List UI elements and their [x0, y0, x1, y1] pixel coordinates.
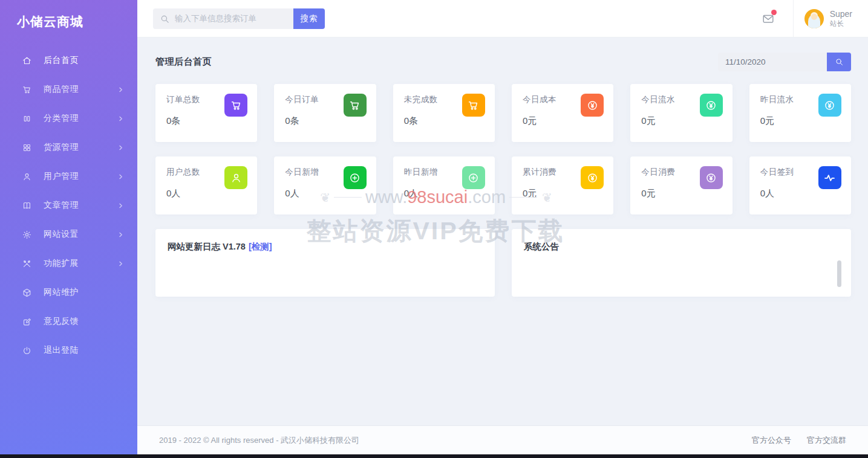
- stat-card: 订单总数 0条: [155, 84, 257, 142]
- stat-value: 0人: [404, 188, 484, 199]
- changelog-title-text: 网站更新日志 V1.78: [168, 242, 246, 251]
- user-icon: [230, 172, 243, 184]
- plus-circle-icon-badge: [462, 166, 485, 189]
- chevron-right-icon: [117, 202, 124, 209]
- changelog-title: 网站更新日志 V1.78[检测]: [168, 241, 483, 253]
- admin-dashboard: 小储云商城 后台首页 商品管理 分类管理 货源管理 用户管理 文章管理 网站设置: [0, 0, 868, 458]
- copyright: 2019 - 2022 © All rights reserved - 武汉小储…: [159, 435, 359, 446]
- title-row: 管理后台首页: [155, 53, 851, 71]
- stat-value: 0元: [760, 115, 840, 127]
- notification-dot: [771, 10, 777, 15]
- stat-card: 今日订单 0条: [274, 84, 376, 142]
- user-meta: Super 站长: [830, 9, 852, 28]
- sidebar-item-网站维护[interactable]: 网站维护: [0, 278, 137, 307]
- yen-circle-icon-badge: [581, 166, 604, 189]
- sidebar-item-label: 意见反馈: [44, 316, 117, 327]
- bottom-strip: [0, 454, 868, 458]
- home-icon: [22, 56, 32, 66]
- yen-circle-icon-badge: [818, 94, 841, 117]
- yen-circle-icon-badge: [700, 166, 723, 189]
- book-icon: [22, 201, 32, 211]
- cart-icon-badge: [462, 94, 485, 117]
- sidebar-item-label: 文章管理: [44, 200, 117, 211]
- official-account-link[interactable]: 官方公众号: [752, 435, 791, 446]
- sidebar-item-网站设置[interactable]: 网站设置: [0, 220, 137, 249]
- stat-value: 0条: [166, 115, 246, 127]
- sidebar: 小储云商城 后台首页 商品管理 分类管理 货源管理 用户管理 文章管理 网站设置: [0, 0, 137, 454]
- cart-icon: [230, 99, 243, 112]
- stat-value: 0元: [523, 188, 602, 199]
- user-icon-badge: [224, 166, 247, 189]
- cart-icon-badge: [344, 94, 367, 117]
- stat-value: 0元: [641, 115, 721, 127]
- mail-button[interactable]: [762, 12, 775, 25]
- panels: 网站更新日志 V1.78[检测] 系统公告: [155, 229, 851, 297]
- date-search-button[interactable]: [827, 53, 851, 71]
- page-title: 管理后台首页: [155, 56, 212, 68]
- yen-circle-icon: [586, 172, 599, 184]
- chevron-right-icon: [117, 260, 124, 267]
- stat-card: 未完成数 0条: [393, 84, 495, 142]
- date-input[interactable]: [718, 53, 827, 71]
- stat-value: 0元: [523, 115, 602, 127]
- chevron-right-icon: [117, 115, 124, 122]
- cart-icon: [348, 99, 361, 112]
- yen-circle-icon: [705, 99, 717, 112]
- stat-card: 今日签到 0人: [749, 156, 851, 214]
- stat-value: 0元: [641, 188, 721, 199]
- columns-icon: [22, 114, 32, 124]
- sidebar-item-label: 退出登陆: [44, 345, 117, 356]
- footer: 2019 - 2022 © All rights reserved - 武汉小储…: [137, 425, 868, 454]
- plus-circle-icon: [467, 172, 480, 184]
- official-group-link[interactable]: 官方交流群: [807, 435, 846, 446]
- sidebar-item-label: 货源管理: [44, 142, 117, 153]
- stat-value: 0条: [285, 115, 365, 127]
- sidebar-item-退出登陆[interactable]: 退出登陆: [0, 336, 137, 365]
- chevron-right-icon: [117, 231, 124, 238]
- stat-card: 今日流水 0元: [630, 84, 732, 142]
- header: 搜索 Super 站长: [137, 0, 868, 37]
- stat-value: 0人: [285, 188, 365, 199]
- gear-icon: [22, 230, 32, 240]
- search-input[interactable]: [153, 8, 293, 29]
- chevron-right-icon: [117, 173, 124, 180]
- date-filter: [718, 53, 851, 71]
- notice-title: 系统公告: [524, 241, 839, 253]
- sidebar-item-文章管理[interactable]: 文章管理: [0, 191, 137, 220]
- chevron-right-icon: [117, 86, 124, 93]
- sidebar-item-用户管理[interactable]: 用户管理: [0, 162, 137, 191]
- sidebar-item-功能扩展[interactable]: 功能扩展: [0, 249, 137, 278]
- sidebar-item-label: 商品管理: [44, 84, 117, 95]
- sidebar-item-后台首页[interactable]: 后台首页: [0, 46, 137, 75]
- stat-card: 今日消费 0元: [630, 156, 732, 214]
- feedback-icon: [22, 317, 32, 327]
- stat-card: 今日成本 0元: [512, 84, 613, 142]
- sidebar-item-label: 用户管理: [44, 171, 117, 182]
- sidebar-item-货源管理[interactable]: 货源管理: [0, 133, 137, 162]
- sidebar-item-分类管理[interactable]: 分类管理: [0, 104, 137, 133]
- main-content: 管理后台首页 订单总数 0条 今日订单 0条 未完成数 0条 今日成本 0元 今…: [137, 38, 868, 425]
- chevron-right-icon: [117, 144, 124, 151]
- search-button[interactable]: 搜索: [293, 8, 325, 29]
- user-menu[interactable]: Super 站长: [794, 0, 868, 37]
- order-search: 搜索: [153, 8, 325, 29]
- footer-links: 官方公众号 官方交流群: [752, 435, 846, 446]
- check-update-link[interactable]: [检测]: [249, 242, 272, 251]
- user-role: 站长: [830, 19, 852, 28]
- sidebar-item-label: 分类管理: [44, 113, 117, 124]
- stat-card: 昨日新增 0人: [393, 156, 495, 214]
- plus-circle-icon: [348, 172, 361, 184]
- yen-circle-icon: [823, 99, 836, 112]
- sidebar-item-label: 网站维护: [44, 287, 117, 298]
- cart-icon: [467, 99, 480, 112]
- notice-scrollbar[interactable]: [837, 260, 841, 287]
- yen-circle-icon-badge: [700, 94, 723, 117]
- notice-panel: 系统公告: [512, 229, 851, 297]
- changelog-panel: 网站更新日志 V1.78[检测]: [155, 229, 495, 297]
- stats-grid: 订单总数 0条 今日订单 0条 未完成数 0条 今日成本 0元 今日流水 0元 …: [155, 84, 851, 214]
- sidebar-item-label: 功能扩展: [44, 258, 117, 269]
- sidebar-item-商品管理[interactable]: 商品管理: [0, 75, 137, 104]
- sidebar-item-意见反馈[interactable]: 意见反馈: [0, 307, 137, 336]
- stat-card: 累计消费 0元: [512, 156, 613, 214]
- cart-icon-badge: [224, 94, 247, 117]
